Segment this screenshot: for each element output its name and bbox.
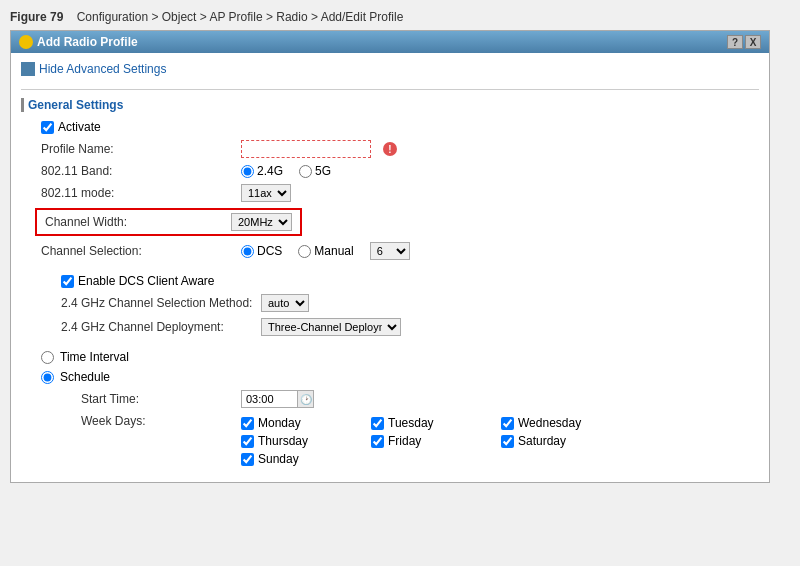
- channel-method-select[interactable]: auto: [261, 294, 309, 312]
- activate-row: Activate: [21, 120, 759, 134]
- band-2g-radio[interactable]: [241, 165, 254, 178]
- sunday-label: Sunday: [258, 452, 299, 466]
- schedule-radio[interactable]: [41, 371, 54, 384]
- section-title-general: General Settings: [21, 98, 759, 112]
- dialog-titlebar: Add Radio Profile ? X: [11, 31, 769, 53]
- saturday-day: Saturday: [501, 434, 631, 448]
- profile-name-label: Profile Name:: [41, 142, 241, 156]
- title-icon: [19, 35, 33, 49]
- mode-select[interactable]: 11ax: [241, 184, 291, 202]
- advanced-settings-bar: Hide Advanced Settings: [21, 59, 759, 79]
- activate-label: Activate: [58, 120, 101, 134]
- dcs-client-aware-label: Enable DCS Client Aware: [78, 274, 215, 288]
- dcs-client-aware-row: Enable DCS Client Aware: [21, 274, 759, 288]
- channel-selection-label: Channel Selection:: [41, 244, 241, 258]
- dcs-option[interactable]: DCS: [241, 244, 282, 258]
- friday-label: Friday: [388, 434, 421, 448]
- channel-deployment-row: 2.4 GHz Channel Deployment: Three-Channe…: [21, 318, 759, 336]
- start-time-label: Start Time:: [81, 392, 241, 406]
- section-divider: [21, 89, 759, 90]
- monday-day: Monday: [241, 416, 371, 430]
- dialog-window: Add Radio Profile ? X Hide Advanced Sett…: [10, 30, 770, 483]
- band-5g-radio[interactable]: [299, 165, 312, 178]
- titlebar-left: Add Radio Profile: [19, 35, 138, 49]
- channel-width-select[interactable]: 20MHz: [231, 213, 292, 231]
- profile-name-row: Profile Name: !: [21, 140, 759, 158]
- week-days-row: Week Days: Monday Tuesday Wednesday Thur…: [21, 414, 759, 466]
- manual-radio[interactable]: [298, 245, 311, 258]
- band-2g-label: 2.4G: [257, 164, 283, 178]
- advanced-settings-icon: [21, 62, 35, 76]
- manual-label: Manual: [314, 244, 353, 258]
- manual-option[interactable]: Manual: [298, 244, 353, 258]
- start-time-control: 🕑: [241, 390, 314, 408]
- dcs-radio[interactable]: [241, 245, 254, 258]
- tuesday-label: Tuesday: [388, 416, 434, 430]
- channel-width-label: Channel Width:: [45, 215, 231, 229]
- channel-method-label: 2.4 GHz Channel Selection Method:: [61, 296, 261, 310]
- channel-deployment-control: Three-Channel Deploym: [261, 318, 401, 336]
- thursday-day: Thursday: [241, 434, 371, 448]
- week-days-label: Week Days:: [81, 414, 241, 428]
- channel-selection-control: DCS Manual 6: [241, 242, 410, 260]
- friday-checkbox[interactable]: [371, 435, 384, 448]
- band-radio-group: 2.4G 5G: [241, 164, 331, 178]
- breadcrumb: Configuration > Object > AP Profile > Ra…: [77, 10, 404, 24]
- thursday-checkbox[interactable]: [241, 435, 254, 448]
- saturday-label: Saturday: [518, 434, 566, 448]
- band-5g-label: 5G: [315, 164, 331, 178]
- channel-deployment-label: 2.4 GHz Channel Deployment:: [61, 320, 261, 334]
- profile-name-control: !: [241, 140, 397, 158]
- question-button[interactable]: ?: [727, 35, 743, 49]
- time-interval-label: Time Interval: [60, 350, 129, 364]
- band-label: 802.11 Band:: [41, 164, 241, 178]
- band-5g-option[interactable]: 5G: [299, 164, 331, 178]
- band-2g-option[interactable]: 2.4G: [241, 164, 283, 178]
- band-row: 802.11 Band: 2.4G 5G: [21, 164, 759, 178]
- activate-checkbox[interactable]: [41, 121, 54, 134]
- dcs-label: DCS: [257, 244, 282, 258]
- mode-label: 802.11 mode:: [41, 186, 241, 200]
- schedule-row: Schedule: [21, 370, 759, 384]
- tuesday-checkbox[interactable]: [371, 417, 384, 430]
- figure-label: Figure 79: [10, 10, 63, 24]
- time-input-wrapper: 🕑: [241, 390, 314, 408]
- channel-width-highlighted-container: Channel Width: 20MHz: [21, 208, 759, 236]
- wednesday-checkbox[interactable]: [501, 417, 514, 430]
- start-time-input[interactable]: [242, 391, 297, 407]
- channel-selection-row: Channel Selection: DCS Manual 6: [21, 242, 759, 260]
- channel-width-row: Channel Width: 20MHz: [35, 208, 302, 236]
- dcs-client-aware-checkbox[interactable]: [61, 275, 74, 288]
- channel-method-row: 2.4 GHz Channel Selection Method: auto: [21, 294, 759, 312]
- monday-label: Monday: [258, 416, 301, 430]
- schedule-label: Schedule: [60, 370, 110, 384]
- info-icon: !: [383, 142, 397, 156]
- advanced-settings-label[interactable]: Hide Advanced Settings: [39, 62, 166, 76]
- sunday-checkbox[interactable]: [241, 453, 254, 466]
- wednesday-label: Wednesday: [518, 416, 581, 430]
- tuesday-day: Tuesday: [371, 416, 501, 430]
- mode-row: 802.11 mode: 11ax: [21, 184, 759, 202]
- days-grid: Monday Tuesday Wednesday Thursday Friday: [241, 416, 631, 466]
- profile-name-input[interactable]: [241, 140, 371, 158]
- channel-method-control: auto: [261, 294, 309, 312]
- wednesday-day: Wednesday: [501, 416, 631, 430]
- friday-day: Friday: [371, 434, 501, 448]
- mode-control: 11ax: [241, 184, 291, 202]
- channel-width-control: 20MHz: [231, 213, 292, 231]
- channel-deployment-select[interactable]: Three-Channel Deploym: [261, 318, 401, 336]
- thursday-label: Thursday: [258, 434, 308, 448]
- dialog-body: Hide Advanced Settings General Settings …: [11, 53, 769, 482]
- figure-title: Figure 79 Configuration > Object > AP Pr…: [10, 10, 790, 24]
- start-time-row: Start Time: 🕑: [21, 390, 759, 408]
- dialog-controls[interactable]: ? X: [727, 35, 761, 49]
- close-button[interactable]: X: [745, 35, 761, 49]
- clock-icon[interactable]: 🕑: [297, 391, 313, 407]
- time-interval-row: Time Interval: [21, 350, 759, 364]
- saturday-checkbox[interactable]: [501, 435, 514, 448]
- monday-checkbox[interactable]: [241, 417, 254, 430]
- dialog-title: Add Radio Profile: [37, 35, 138, 49]
- time-interval-radio[interactable]: [41, 351, 54, 364]
- manual-channel-select[interactable]: 6: [370, 242, 410, 260]
- sunday-day: Sunday: [241, 452, 371, 466]
